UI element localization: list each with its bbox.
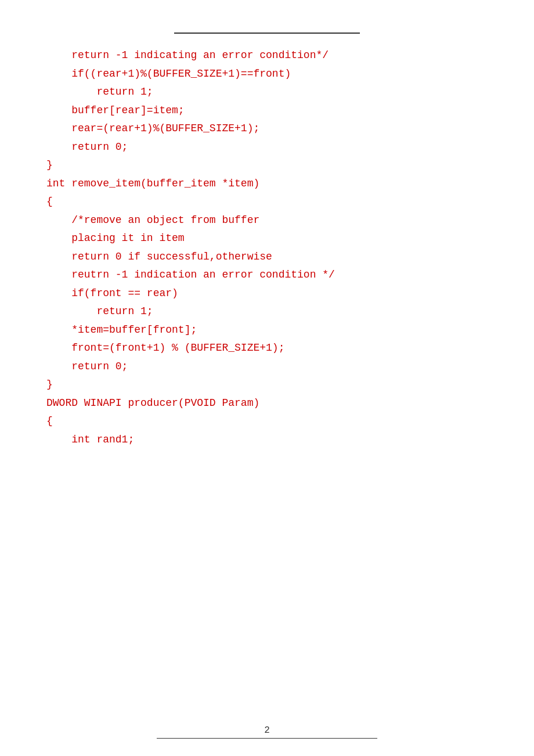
page-container: return -1 indicating an error condition*… xyxy=(0,0,534,756)
top-divider-decoration xyxy=(174,33,360,34)
code-block: return -1 indicating an error condition*… xyxy=(46,46,488,449)
footer: 2 xyxy=(0,725,534,739)
bottom-underline xyxy=(157,738,377,739)
page-number: 2 xyxy=(264,725,270,736)
